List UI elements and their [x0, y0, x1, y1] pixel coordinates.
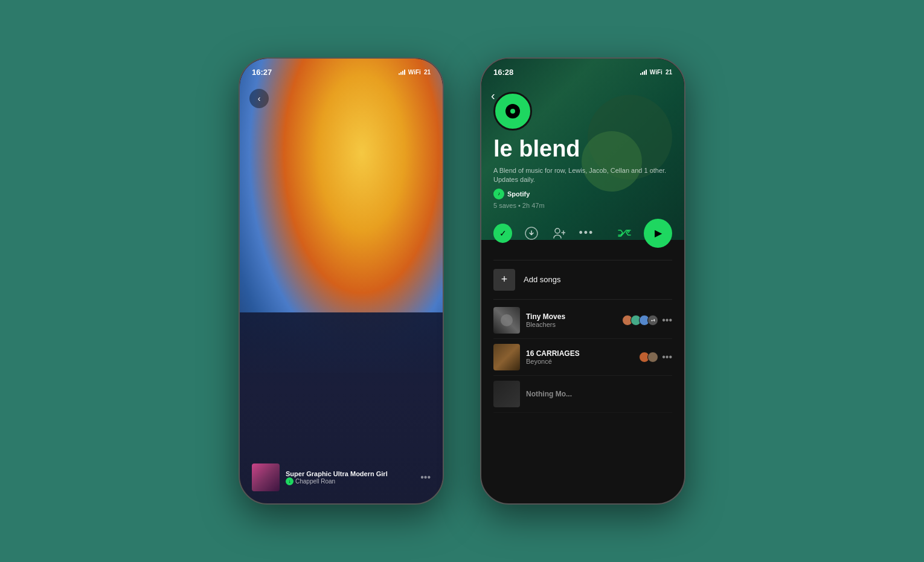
plus-button[interactable]: +: [493, 269, 515, 291]
track-row: Super Graphic Ultra Modern Girl ↓ Chappe…: [252, 463, 431, 491]
avatar-count: +4: [647, 315, 658, 326]
track-art-2: [493, 344, 520, 370]
playlist-info-section: daylist happy indie recession pop monday…: [240, 312, 443, 503]
blend-logo-inner: [505, 104, 520, 118]
battery-display: 21: [424, 69, 431, 76]
phone-1: 16:27 WiFi 21 ‹ daylist happy indie rece…: [239, 57, 444, 505]
track-art-3: [493, 381, 520, 407]
track-art: [252, 463, 280, 491]
blend-title: le blend: [493, 137, 672, 160]
user-avatars-2: [639, 352, 658, 363]
add-songs-row[interactable]: + Add songs: [493, 260, 672, 300]
track-1-right: +4 •••: [622, 315, 672, 326]
track-4-name: Nothing Mo...: [526, 390, 672, 398]
download-button-2[interactable]: [523, 225, 539, 242]
track-thumb-tiny-moves: [493, 307, 520, 334]
track-3-artist: Beyoncé: [526, 358, 633, 365]
downloaded-icon: ↓: [286, 477, 294, 485]
add-songs-label: Add songs: [524, 275, 560, 284]
back-button-2[interactable]: ‹: [491, 89, 495, 103]
check-button-2[interactable]: ✓: [493, 224, 512, 243]
track-2-info: Tiny Moves Bleachers: [526, 312, 616, 328]
status-bar-2: 16:28 WiFi 21: [481, 59, 684, 85]
track-2-name: Tiny Moves: [526, 312, 616, 321]
track-thumb-carriages: [493, 344, 520, 370]
back-button[interactable]: ‹: [249, 89, 269, 108]
spotify-logo-2: ♪: [493, 189, 504, 199]
spotify-credit: ♪ Spotify: [493, 189, 672, 199]
track-name: Super Graphic Ultra Modern Girl: [286, 470, 414, 477]
track-2-more[interactable]: •••: [662, 352, 672, 363]
track-3-name: 16 CARRIAGES: [526, 349, 633, 358]
saves-info: 5 saves • 2h 47m: [493, 202, 672, 209]
wifi-icon-2: WiFi: [650, 69, 663, 76]
phone-2: 16:28 WiFi 21 ‹ le blend A Blend of musi…: [480, 57, 685, 505]
status-bar-1: 16:27 WiFi 21: [240, 59, 443, 85]
track-item-1[interactable]: Tiny Moves Bleachers +4 •••: [493, 302, 672, 339]
blend-logo-dot: [510, 109, 515, 114]
track-artist: ↓ Chappell Roan: [286, 477, 414, 485]
user-avatars-1: +4: [622, 315, 658, 326]
track-3-info: 16 CARRIAGES Beyoncé: [526, 349, 633, 365]
track-1-more[interactable]: •••: [662, 315, 672, 326]
blend-content: le blend A Blend of music for row, Lewis…: [481, 137, 684, 503]
avatar-2-2: [647, 352, 658, 363]
creator-name: Spotify: [507, 190, 530, 198]
add-person-button[interactable]: [551, 225, 567, 242]
play-button-2[interactable]: ▶: [644, 219, 672, 248]
track-thumb-3: [493, 381, 520, 407]
track-info: Super Graphic Ultra Modern Girl ↓ Chappe…: [286, 470, 414, 485]
track-2-right: •••: [639, 352, 672, 363]
wifi-icon: WiFi: [408, 69, 421, 76]
more-button-2[interactable]: •••: [578, 225, 594, 242]
track-item-2[interactable]: 16 CARRIAGES Beyoncé •••: [493, 339, 672, 376]
status-icons: WiFi 21: [399, 69, 431, 76]
shuffle-button-2[interactable]: [617, 225, 633, 242]
time-display: 16:27: [252, 68, 272, 77]
track-2-artist: Bleachers: [526, 321, 616, 328]
track-4-info: Nothing Mo...: [526, 390, 672, 398]
blend-logo: [493, 92, 532, 131]
signal-icon-2: [640, 69, 647, 75]
track-more-button[interactable]: •••: [420, 472, 431, 483]
track-thumbnail: [252, 463, 280, 491]
battery-display-2: 21: [666, 69, 672, 76]
time-display-2: 16:28: [493, 68, 513, 77]
status-icons-2: WiFi 21: [640, 69, 672, 76]
track-art-1: [493, 307, 520, 334]
track-item-3[interactable]: Nothing Mo...: [493, 376, 672, 413]
controls-row-2: ✓ •••: [493, 219, 672, 248]
signal-icon: [399, 69, 405, 75]
blend-description: A Blend of music for row, Lewis, Jacob, …: [493, 166, 672, 185]
